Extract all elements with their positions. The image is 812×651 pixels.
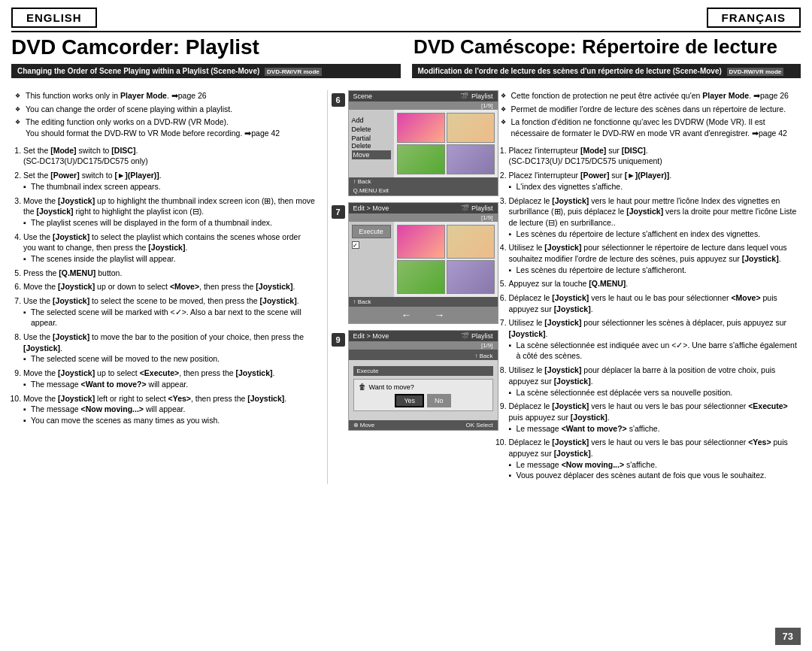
panel-9-body: Execute 🗑 Want to move? Yes No — [349, 360, 498, 420]
panel-9-back-bar: ↑ Back — [349, 350, 498, 360]
main-columns: This function works only in Player Mode.… — [11, 90, 801, 484]
sub-en-2: The thumbnail index screen appears. — [23, 181, 316, 192]
sub-fr-8: La scène sélectionnée est déplacée vers … — [509, 387, 801, 398]
bullet-fr-2: Permet de modifier l'ordre de lecture de… — [501, 104, 801, 115]
title-en: DVD Camcorder: Playlist — [11, 35, 398, 59]
panel-6-footer-back: ↑ Back — [353, 178, 371, 185]
steps-en: Set the [Mode] switch to [DISC].(SC-DC17… — [11, 145, 316, 426]
step-fr-8: Utilisez le [Joystick] pour déplacer la … — [509, 365, 801, 398]
sub-fr-3: Les scènes du répertoire de lecture s'af… — [509, 229, 801, 240]
panel-9-playlist-info: 🎬 Playlist — [461, 332, 493, 340]
panel-7-thumbnails — [394, 222, 498, 297]
panel-6-body: Add Delete Partial Delete Move — [349, 110, 498, 177]
no-button[interactable]: No — [427, 394, 451, 407]
step-fr-2: Placez l'interrupteur [Power] sur [►](Pl… — [509, 170, 801, 192]
sub-en-10a: The message <Now moving...> will appear. — [23, 404, 316, 415]
page: ENGLISH FRANÇAIS DVD Camcorder: Playlist… — [0, 0, 812, 651]
mode-badge-en: DVD-RW/VR mode — [265, 68, 322, 76]
sub-en-9: The message <Want to move?> will appear. — [23, 379, 316, 390]
panel-6-playlist-info: 🎬 Playlist — [460, 92, 493, 100]
panel-9-execute-row: Execute — [353, 366, 493, 376]
checkbox-item: ✓ — [352, 241, 391, 249]
panel-9: Edit > Move 🎬 Playlist [1/9] ↑ Back — [348, 330, 498, 431]
step-en-3: Move the [Joystick] up to highlight the … — [23, 195, 316, 229]
thumb-p7-3 — [397, 260, 445, 294]
thumb-p7-2 — [447, 225, 495, 259]
panel-6-number: 6 — [332, 93, 345, 107]
panel-7-playlist-icon: 🎬 — [461, 204, 469, 212]
panel-7-header: Edit > Move 🎬 Playlist — [349, 203, 498, 213]
panel-6-menu: Add Delete Partial Delete Move — [349, 110, 394, 177]
menu-move[interactable]: Move — [352, 150, 391, 159]
panel-9-execute-label[interactable]: Execute — [357, 368, 379, 374]
sub-fr-4: Les scènes du répertoire de lecture s'af… — [509, 265, 801, 276]
panel-9-header: Edit > Move 🎬 Playlist — [349, 331, 498, 341]
want-move-label: Want to move? — [369, 383, 414, 391]
panel-6-playlist-label: Playlist — [471, 92, 493, 100]
section-header-en: Changing the Order of Scene Playing with… — [11, 64, 401, 78]
panel7-wrapper: 7 Edit > Move 🎬 Playlist [1/9] Execute — [348, 202, 482, 324]
menu-delete[interactable]: Delete — [352, 125, 391, 134]
step-en-5: Press the [Q.MENU] button. — [23, 268, 316, 279]
checkbox[interactable]: ✓ — [352, 241, 359, 249]
thumb-3 — [397, 144, 445, 174]
panel-9-playlist-icon: 🎬 — [461, 332, 469, 340]
want-move-dialog: 🗑 Want to move? Yes No — [353, 379, 493, 411]
dvd-panels-column: 6 Scene 🎬 Playlist [1/9] — [328, 90, 486, 484]
want-move-text: 🗑 Want to move? — [359, 383, 488, 391]
title-fr: DVD Caméscope: Répertoire de lecture — [398, 35, 801, 59]
panel-6-title: Scene — [353, 92, 373, 100]
header-row: ENGLISH FRANÇAIS — [11, 8, 801, 28]
step-fr-4: Utilisez le [Joystick] pour sélectionner… — [509, 242, 801, 275]
menu-partial-delete[interactable]: Partial Delete — [352, 134, 391, 150]
panel-7-title: Edit > Move — [353, 204, 389, 212]
step-fr-3: Déplacez le [Joystick] vers le haut pour… — [509, 195, 801, 240]
panel9-wrapper: 9 Edit > Move 🎬 Playlist [1/9] ↑ Back — [348, 330, 482, 431]
thumb-4 — [447, 144, 495, 174]
bullet-fr-3: La fonction d'édition ne fonctionne qu'a… — [501, 117, 801, 138]
page-number: 73 — [775, 628, 801, 645]
panel-6-counter: [1/9] — [349, 101, 498, 110]
step-en-7: Use the [Joystick] to select the scene t… — [23, 295, 316, 329]
execute-button[interactable]: Execute — [352, 225, 391, 238]
menu-add[interactable]: Add — [352, 116, 391, 125]
thumb-p7-4 — [447, 260, 495, 294]
step-fr-6: Déplacez le [Joystick] vers le haut ou l… — [509, 292, 801, 314]
panel-6-playlist-icon: 🎬 — [460, 92, 468, 100]
bullet-fr-1: Cette fonction de protection ne peut êtr… — [501, 90, 801, 101]
left-arrow-icon[interactable]: ← — [401, 309, 412, 321]
panel-7-number: 7 — [332, 205, 345, 219]
step-fr-10: Déplacez le [Joystick] vers le haut ou v… — [509, 437, 801, 481]
panel-9-playlist-label: Playlist — [471, 332, 493, 340]
yes-button[interactable]: Yes — [395, 394, 424, 407]
bullets-fr: Cette fonction de protection ne peut êtr… — [497, 90, 801, 139]
panel-7-arrows: ← → — [349, 307, 498, 323]
bullet-en-1: This function works only in Player Mode.… — [15, 90, 316, 101]
bullets-en: This function works only in Player Mode.… — [11, 90, 316, 139]
panel-9-number: 9 — [332, 333, 345, 347]
step-en-10: Move the [Joystick] left or right to sel… — [23, 393, 316, 426]
step-en-6: Move the [Joystick] up or down to select… — [23, 281, 316, 292]
panel-6-qmenu-text: Q.MENU Exit — [353, 187, 389, 194]
title-row: DVD Camcorder: Playlist DVD Caméscope: R… — [11, 31, 801, 59]
step-fr-1: Placez l'interrupteur [Mode] sur [DISC].… — [509, 145, 801, 167]
panel6-wrapper: 6 Scene 🎬 Playlist [1/9] — [348, 90, 482, 196]
sub-en-7a: The selected scene will be marked with <… — [23, 307, 316, 329]
panel-7-playlist-info: 🎬 Playlist — [461, 204, 493, 212]
sub-fr-10b: Vous pouvez déplacer des scènes autant d… — [509, 470, 801, 481]
left-column: This function works only in Player Mode.… — [11, 90, 328, 484]
sub-fr-10a: Le message <Now moving...> s'affiche. — [509, 459, 801, 471]
right-column: Cette fonction de protection ne peut êtr… — [486, 90, 801, 484]
section-header-fr: Modification de l'ordre de lecture des s… — [412, 64, 801, 78]
step-en-9: Move the [Joystick] up to select <Execut… — [23, 368, 316, 389]
bullet-en-2: You can change the order of scene playin… — [15, 104, 316, 115]
mode-badge-fr: DVD-RW/VR mode — [727, 68, 784, 76]
step-fr-9: Déplacez le [Joystick] vers le haut ou v… — [509, 401, 801, 434]
panel-6-thumbnails — [394, 110, 498, 177]
panel-6-qmenu: Q.MENU Exit — [349, 186, 498, 195]
right-arrow-icon[interactable]: → — [435, 309, 445, 321]
panel-6: Scene 🎬 Playlist [1/9] Add Delete — [348, 90, 498, 196]
thumb-p7-1 — [397, 225, 445, 259]
thumb-1 — [397, 113, 445, 143]
sub-en-10b: You can move the scenes as many times as… — [23, 415, 316, 426]
